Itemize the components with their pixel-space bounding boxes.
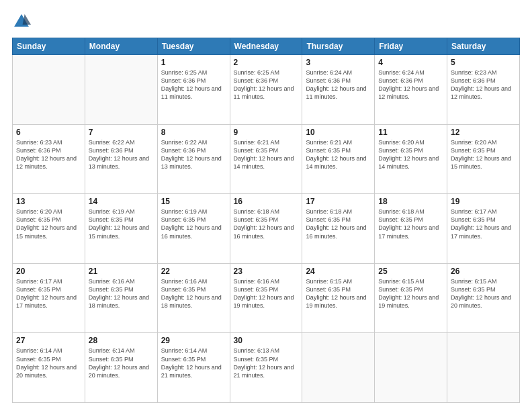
calendar-cell: 12Sunrise: 6:20 AM Sunset: 6:35 PM Dayli… <box>447 124 520 194</box>
calendar-cell: 10Sunrise: 6:21 AM Sunset: 6:35 PM Dayli… <box>302 124 375 194</box>
day-info: Sunrise: 6:15 AM Sunset: 6:35 PM Dayligh… <box>306 277 371 310</box>
calendar-cell: 25Sunrise: 6:15 AM Sunset: 6:35 PM Dayli… <box>375 263 447 333</box>
day-number: 6 <box>16 128 81 137</box>
day-info: Sunrise: 6:23 AM Sunset: 6:36 PM Dayligh… <box>16 138 81 171</box>
calendar-cell <box>375 333 447 403</box>
day-number: 17 <box>306 197 371 206</box>
calendar-cell: 16Sunrise: 6:18 AM Sunset: 6:35 PM Dayli… <box>230 194 302 264</box>
calendar-cell: 28Sunrise: 6:14 AM Sunset: 6:35 PM Dayli… <box>85 333 157 403</box>
calendar-cell: 15Sunrise: 6:19 AM Sunset: 6:35 PM Dayli… <box>157 194 230 264</box>
day-info: Sunrise: 6:15 AM Sunset: 6:35 PM Dayligh… <box>378 277 443 310</box>
day-header-monday: Monday <box>85 38 157 55</box>
day-header-sunday: Sunday <box>13 38 85 55</box>
day-info: Sunrise: 6:25 AM Sunset: 6:36 PM Dayligh… <box>161 68 226 101</box>
calendar-cell: 18Sunrise: 6:18 AM Sunset: 6:35 PM Dayli… <box>375 194 447 264</box>
day-info: Sunrise: 6:19 AM Sunset: 6:35 PM Dayligh… <box>161 208 226 240</box>
calendar-cell: 11Sunrise: 6:20 AM Sunset: 6:35 PM Dayli… <box>375 124 447 194</box>
day-number: 5 <box>451 58 516 67</box>
day-number: 4 <box>378 58 443 67</box>
calendar-cell: 22Sunrise: 6:16 AM Sunset: 6:35 PM Dayli… <box>157 263 230 333</box>
calendar-cell: 7Sunrise: 6:22 AM Sunset: 6:36 PM Daylig… <box>85 124 157 194</box>
day-info: Sunrise: 6:23 AM Sunset: 6:36 PM Dayligh… <box>451 68 516 101</box>
day-number: 30 <box>234 336 299 345</box>
calendar-cell <box>302 333 375 403</box>
day-number: 23 <box>234 267 299 276</box>
calendar-cell: 20Sunrise: 6:17 AM Sunset: 6:35 PM Dayli… <box>13 263 85 333</box>
calendar-cell: 14Sunrise: 6:19 AM Sunset: 6:35 PM Dayli… <box>85 194 157 264</box>
day-info: Sunrise: 6:17 AM Sunset: 6:35 PM Dayligh… <box>16 277 81 310</box>
day-number: 10 <box>306 128 371 137</box>
day-header-friday: Friday <box>375 38 447 55</box>
day-info: Sunrise: 6:18 AM Sunset: 6:35 PM Dayligh… <box>306 208 371 240</box>
header <box>12 12 520 31</box>
day-number: 29 <box>161 336 226 345</box>
calendar-cell: 29Sunrise: 6:14 AM Sunset: 6:35 PM Dayli… <box>157 333 230 403</box>
calendar-header-row: SundayMondayTuesdayWednesdayThursdayFrid… <box>13 38 520 55</box>
day-info: Sunrise: 6:13 AM Sunset: 6:35 PM Dayligh… <box>234 347 299 379</box>
day-number: 9 <box>234 128 299 137</box>
day-info: Sunrise: 6:16 AM Sunset: 6:35 PM Dayligh… <box>89 277 154 310</box>
calendar-cell: 26Sunrise: 6:15 AM Sunset: 6:35 PM Dayli… <box>447 263 520 333</box>
calendar-cell: 2Sunrise: 6:25 AM Sunset: 6:36 PM Daylig… <box>230 55 302 125</box>
day-number: 26 <box>451 267 516 276</box>
day-info: Sunrise: 6:16 AM Sunset: 6:35 PM Dayligh… <box>234 277 299 310</box>
day-number: 11 <box>378 128 443 137</box>
svg-marker-1 <box>23 14 31 25</box>
calendar-cell: 9Sunrise: 6:21 AM Sunset: 6:35 PM Daylig… <box>230 124 302 194</box>
day-number: 16 <box>234 197 299 206</box>
day-number: 22 <box>161 267 226 276</box>
day-number: 24 <box>306 267 371 276</box>
day-number: 13 <box>16 197 81 206</box>
logo-icon <box>12 12 31 31</box>
calendar-cell: 6Sunrise: 6:23 AM Sunset: 6:36 PM Daylig… <box>13 124 85 194</box>
day-info: Sunrise: 6:24 AM Sunset: 6:36 PM Dayligh… <box>378 68 443 101</box>
day-info: Sunrise: 6:18 AM Sunset: 6:35 PM Dayligh… <box>378 208 443 240</box>
week-row-2: 6Sunrise: 6:23 AM Sunset: 6:36 PM Daylig… <box>13 124 520 194</box>
calendar-cell: 24Sunrise: 6:15 AM Sunset: 6:35 PM Dayli… <box>302 263 375 333</box>
calendar-cell: 5Sunrise: 6:23 AM Sunset: 6:36 PM Daylig… <box>447 55 520 125</box>
calendar-table: SundayMondayTuesdayWednesdayThursdayFrid… <box>12 38 520 403</box>
day-info: Sunrise: 6:15 AM Sunset: 6:35 PM Dayligh… <box>451 277 516 310</box>
week-row-3: 13Sunrise: 6:20 AM Sunset: 6:35 PM Dayli… <box>13 194 520 264</box>
day-number: 27 <box>16 336 81 345</box>
day-number: 3 <box>306 58 371 67</box>
calendar-cell: 8Sunrise: 6:22 AM Sunset: 6:36 PM Daylig… <box>157 124 230 194</box>
day-info: Sunrise: 6:19 AM Sunset: 6:35 PM Dayligh… <box>89 208 154 240</box>
day-number: 15 <box>161 197 226 206</box>
day-header-wednesday: Wednesday <box>230 38 302 55</box>
day-info: Sunrise: 6:22 AM Sunset: 6:36 PM Dayligh… <box>161 138 226 171</box>
day-header-thursday: Thursday <box>302 38 375 55</box>
day-number: 18 <box>378 197 443 206</box>
week-row-5: 27Sunrise: 6:14 AM Sunset: 6:35 PM Dayli… <box>13 333 520 403</box>
day-info: Sunrise: 6:20 AM Sunset: 6:35 PM Dayligh… <box>451 138 516 171</box>
day-header-saturday: Saturday <box>447 38 520 55</box>
day-info: Sunrise: 6:25 AM Sunset: 6:36 PM Dayligh… <box>234 68 299 101</box>
day-number: 28 <box>89 336 154 345</box>
calendar-cell: 27Sunrise: 6:14 AM Sunset: 6:35 PM Dayli… <box>13 333 85 403</box>
calendar-cell: 23Sunrise: 6:16 AM Sunset: 6:35 PM Dayli… <box>230 263 302 333</box>
day-number: 14 <box>89 197 154 206</box>
day-number: 25 <box>378 267 443 276</box>
day-info: Sunrise: 6:14 AM Sunset: 6:35 PM Dayligh… <box>161 347 226 379</box>
calendar-cell: 1Sunrise: 6:25 AM Sunset: 6:36 PM Daylig… <box>157 55 230 125</box>
calendar-cell: 13Sunrise: 6:20 AM Sunset: 6:35 PM Dayli… <box>13 194 85 264</box>
day-info: Sunrise: 6:16 AM Sunset: 6:35 PM Dayligh… <box>161 277 226 310</box>
day-info: Sunrise: 6:20 AM Sunset: 6:35 PM Dayligh… <box>378 138 443 171</box>
day-info: Sunrise: 6:17 AM Sunset: 6:35 PM Dayligh… <box>451 208 516 240</box>
calendar-cell: 4Sunrise: 6:24 AM Sunset: 6:36 PM Daylig… <box>375 55 447 125</box>
week-row-4: 20Sunrise: 6:17 AM Sunset: 6:35 PM Dayli… <box>13 263 520 333</box>
calendar-cell: 21Sunrise: 6:16 AM Sunset: 6:35 PM Dayli… <box>85 263 157 333</box>
day-number: 7 <box>89 128 154 137</box>
day-info: Sunrise: 6:21 AM Sunset: 6:35 PM Dayligh… <box>234 138 299 171</box>
day-info: Sunrise: 6:22 AM Sunset: 6:36 PM Dayligh… <box>89 138 154 171</box>
day-number: 21 <box>89 267 154 276</box>
day-info: Sunrise: 6:24 AM Sunset: 6:36 PM Dayligh… <box>306 68 371 101</box>
day-number: 2 <box>234 58 299 67</box>
day-number: 12 <box>451 128 516 137</box>
day-number: 1 <box>161 58 226 67</box>
day-info: Sunrise: 6:14 AM Sunset: 6:35 PM Dayligh… <box>89 347 154 379</box>
day-number: 20 <box>16 267 81 276</box>
day-info: Sunrise: 6:21 AM Sunset: 6:35 PM Dayligh… <box>306 138 371 171</box>
calendar-cell: 3Sunrise: 6:24 AM Sunset: 6:36 PM Daylig… <box>302 55 375 125</box>
logo <box>12 12 34 31</box>
